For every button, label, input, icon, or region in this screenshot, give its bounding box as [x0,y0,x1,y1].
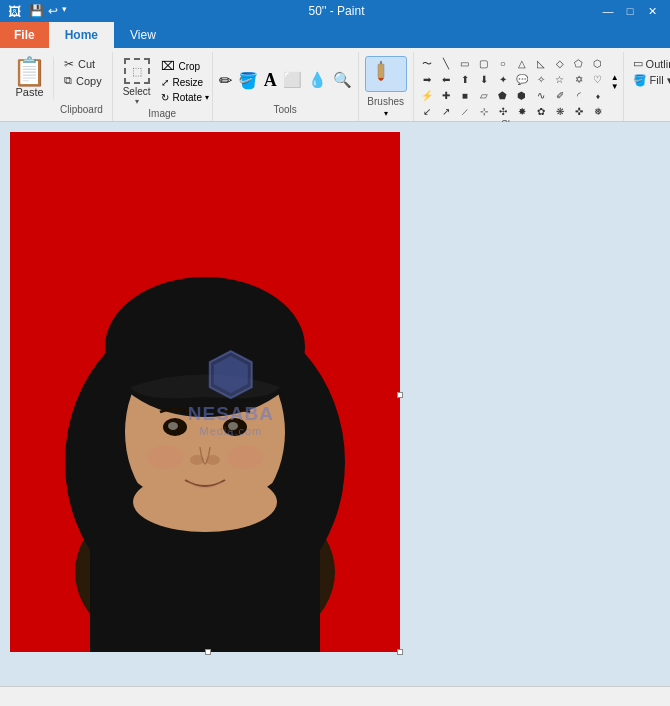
eraser-button[interactable]: ⬜ [281,69,304,91]
shapes-group: 〜 ╲ ▭ ▢ ○ △ ◺ ◇ ⬠ ⬡ ➡ ⬅ ⬆ ⬇ ✦ 💬 ✧ ☆ ✡ ♡ [414,52,624,121]
resize-button[interactable]: ⤢ Resize [158,76,211,89]
magnifier-button[interactable]: 🔍 [331,69,354,91]
canvas-right-handle[interactable] [397,392,403,398]
shape-square[interactable]: ■ [456,88,474,103]
shape-misc2[interactable]: ⟋ [456,104,474,119]
crop-button[interactable]: ⌧ Crop [158,58,211,74]
cut-button[interactable]: ✂ Cut [60,56,106,72]
paste-label: Paste [15,86,43,98]
select-button[interactable]: ⬚ Select ▾ [119,56,155,108]
shape-wave[interactable]: 〜 [418,56,436,71]
fill-mode-button[interactable]: 🪣 Fill ▾ [630,73,670,88]
resize-label: Resize [172,77,203,88]
text-icon: A [264,70,277,91]
svg-point-15 [147,445,183,469]
shape-arc[interactable]: ◜ [570,88,588,103]
window-controls[interactable]: — □ ✕ [598,3,662,19]
shape-righttri[interactable]: ◺ [532,56,550,71]
eraser-icon: ⬜ [283,71,302,89]
tab-file[interactable]: File [0,22,49,48]
text-button[interactable]: A [262,68,279,93]
shape-freeform[interactable]: ✐ [551,88,569,103]
shape-misc6[interactable]: ✿ [532,104,550,119]
shape-misc7[interactable]: ❋ [551,104,569,119]
shape-arrow-r[interactable]: ➡ [418,72,436,87]
outline-button[interactable]: ▭ Outline ▾ [630,56,670,71]
minimize-button[interactable]: — [598,3,618,19]
shape-diamond[interactable]: ◇ [551,56,569,71]
shape-misc8[interactable]: ✜ [570,104,588,119]
canvas-area[interactable]: NESABA Media.com [0,122,670,686]
shape-plus[interactable]: ✚ [437,88,455,103]
brushes-dropdown: ▾ [384,109,388,118]
tab-view[interactable]: View [114,22,172,48]
shapes-scroll-down[interactable]: ▼ [611,82,619,91]
shape-pentagon[interactable]: ⬠ [570,56,588,71]
svg-rect-0 [378,64,384,78]
shape-star4[interactable]: ✧ [532,72,550,87]
shape-rect[interactable]: ▭ [456,56,474,71]
shapes-scroll-up[interactable]: ▲ [611,73,619,82]
resize-icon: ⤢ [161,77,169,88]
shape-curve[interactable]: ∿ [532,88,550,103]
shape-line[interactable]: ╲ [437,56,455,71]
clipboard-label: Clipboard [60,104,106,117]
shape-misc4[interactable]: ✣ [494,104,512,119]
quick-access-toolbar[interactable]: 🖼 💾 ↩ ▾ [8,4,67,19]
shapes-scroll[interactable]: ▲ ▼ [611,56,619,108]
rotate-icon: ↻ [161,92,169,103]
image-group: ⬚ Select ▾ ⌧ Crop ⤢ Resize ↻ Rotate ▾ [113,52,213,121]
pencil-button[interactable]: ✏ [217,69,234,92]
color-picker-button[interactable]: 💧 [306,69,329,91]
shape-octagon[interactable]: ⬢ [513,88,531,103]
close-button[interactable]: ✕ [642,3,662,19]
shape-misc5[interactable]: ✸ [513,104,531,119]
shape-ellipse[interactable]: ○ [494,56,512,71]
shape-lightning[interactable]: ⚡ [418,88,436,103]
shape-curved-arrow2[interactable]: ↗ [437,104,455,119]
image-label: Image [119,108,206,121]
tools-label: Tools [217,104,354,117]
shape-arrow-d[interactable]: ⬇ [475,72,493,87]
save-icon[interactable]: 💾 [29,4,44,19]
canvas-image[interactable]: NESABA Media.com [10,132,400,652]
copy-button[interactable]: ⧉ Copy [60,73,106,88]
shape-misc9[interactable]: ❅ [589,104,607,119]
shape-roundrect[interactable]: ▢ [475,56,493,71]
shape-triangle[interactable]: △ [513,56,531,71]
shape-parallelogram[interactable]: ▱ [475,88,493,103]
dropdown-icon[interactable]: ▾ [62,4,67,19]
clipboard-group: 📋 Paste ✂ Cut ⧉ Copy Clipboard [0,52,113,121]
maximize-button[interactable]: □ [620,3,640,19]
svg-point-13 [190,455,204,465]
shape-callout[interactable]: 💬 [513,72,531,87]
shape-arrow-u[interactable]: ⬆ [456,72,474,87]
canvas-wrapper: NESABA Media.com [10,132,400,652]
shape-hexagon[interactable]: ⬡ [589,56,607,71]
svg-point-8 [133,472,277,532]
crop-icon: ⌧ [161,59,175,73]
paste-button[interactable]: 📋 Paste [6,56,54,100]
rotate-button[interactable]: ↻ Rotate ▾ [158,91,211,104]
shape-arrow4[interactable]: ✦ [494,72,512,87]
shape-star6[interactable]: ✡ [570,72,588,87]
shape-arrow-l[interactable]: ⬅ [437,72,455,87]
tab-home[interactable]: Home [49,22,114,48]
rotate-dropdown: ▾ [205,93,209,102]
cut-label: Cut [78,58,95,70]
title-bar: 🖼 💾 ↩ ▾ 50'' - Paint — □ ✕ [0,0,670,22]
undo-icon[interactable]: ↩ [48,4,58,19]
shape-heart[interactable]: ♡ [589,72,607,87]
shape-curved-arrow[interactable]: ↙ [418,104,436,119]
canvas-resize-handle[interactable] [397,649,403,655]
shape-misc[interactable]: ⬧ [589,88,607,103]
brushes-icon [373,61,399,87]
shape-star5[interactable]: ☆ [551,72,569,87]
copy-icon: ⧉ [64,74,72,87]
shape-misc3[interactable]: ⊹ [475,104,493,119]
canvas-bottom-handle[interactable] [205,649,211,655]
shape-pentagon2[interactable]: ⬟ [494,88,512,103]
fill-button[interactable]: 🪣 [236,69,260,92]
canvas-drawing [10,132,400,652]
brushes-button[interactable] [365,56,407,92]
